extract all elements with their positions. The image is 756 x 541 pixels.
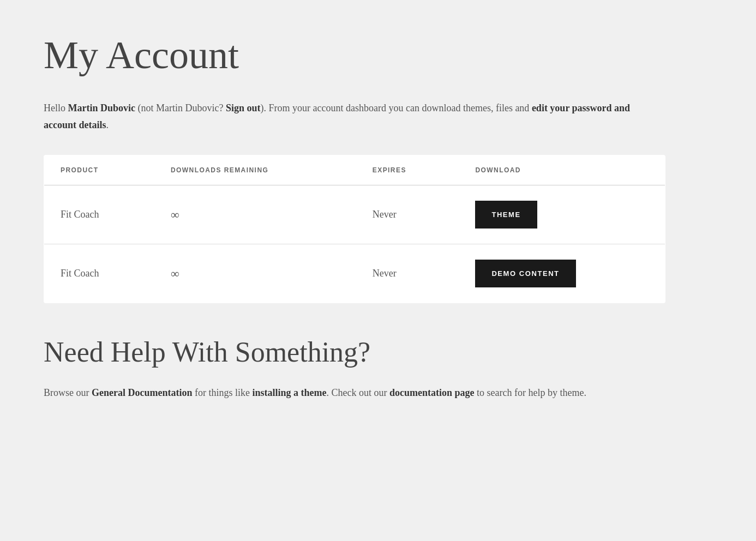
- page-title: My Account: [44, 33, 712, 78]
- table-row: Fit Coach∞NeverDemo Content: [44, 244, 665, 303]
- column-header-downloads-remaining: Downloads Remaining: [154, 155, 356, 185]
- cell-download: Demo Content: [459, 244, 665, 303]
- general-documentation-link[interactable]: General Documentation: [92, 387, 192, 398]
- download-demo-content-button[interactable]: Demo Content: [475, 260, 575, 287]
- column-header-product: Product: [44, 155, 154, 185]
- cell-downloads-remaining: ∞: [154, 185, 356, 244]
- cell-download: Theme: [459, 185, 665, 244]
- greeting-suffix: ). From your account dashboard you can d…: [261, 103, 532, 113]
- column-header-expires: Expires: [356, 155, 459, 185]
- downloads-table: Product Downloads Remaining Expires Down…: [44, 155, 665, 303]
- cell-downloads-remaining: ∞: [154, 244, 356, 303]
- help-prefix: Browse our: [44, 387, 92, 398]
- help-middle: for things like: [192, 387, 252, 398]
- cell-expires: Never: [356, 244, 459, 303]
- greeting-prefix: Hello: [44, 103, 68, 113]
- column-header-download: Download: [459, 155, 665, 185]
- documentation-page-link[interactable]: documentation page: [389, 387, 475, 398]
- greeting-text: Hello Martin Dubovic (not Martin Dubovic…: [44, 100, 644, 133]
- cell-product: Fit Coach: [44, 244, 154, 303]
- cell-expires: Never: [356, 185, 459, 244]
- username: Martin Dubovic: [68, 103, 136, 113]
- cell-product: Fit Coach: [44, 185, 154, 244]
- sign-out-link[interactable]: Sign out: [226, 103, 261, 113]
- greeting-period: .: [106, 119, 109, 130]
- table-header-row: Product Downloads Remaining Expires Down…: [44, 155, 665, 185]
- help-text: Browse our General Documentation for thi…: [44, 384, 644, 401]
- installing-theme-link[interactable]: installing a theme: [252, 387, 326, 398]
- help-end: to search for help by theme.: [475, 387, 586, 398]
- not-you-prefix: (not Martin Dubovic?: [135, 103, 226, 113]
- table-row: Fit Coach∞NeverTheme: [44, 185, 665, 244]
- download-theme-button[interactable]: Theme: [475, 201, 537, 229]
- help-suffix: . Check out our: [327, 387, 389, 398]
- help-title: Need Help With Something?: [44, 336, 644, 368]
- help-section: Need Help With Something? Browse our Gen…: [44, 336, 644, 401]
